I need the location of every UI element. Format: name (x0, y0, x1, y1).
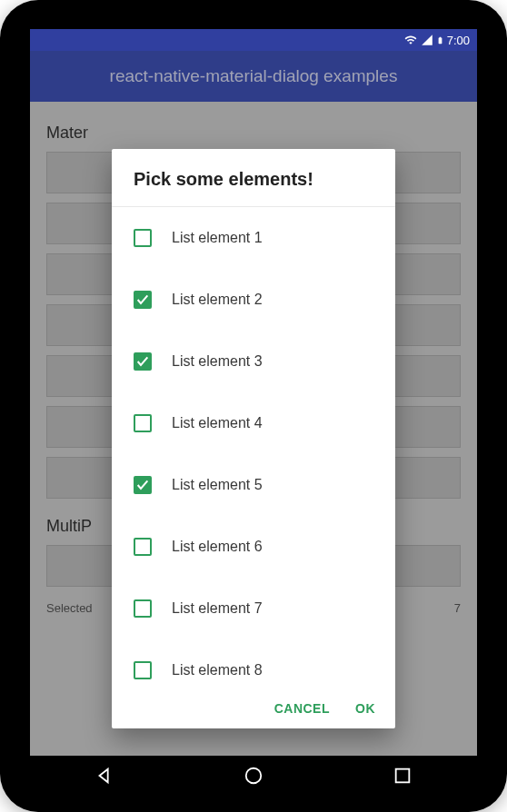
list-item-label: List element 2 (172, 292, 263, 308)
list-item[interactable]: List element 6 (112, 516, 395, 578)
battery-icon (436, 34, 444, 47)
list-item-label: List element 5 (172, 477, 263, 493)
list-item-label: List element 4 (172, 415, 263, 431)
dialog-title: Pick some elements! (112, 149, 395, 206)
checkbox-checked-icon[interactable] (134, 291, 152, 309)
svg-rect-1 (396, 769, 410, 783)
list-item-label: List element 3 (172, 353, 263, 370)
cancel-button[interactable]: CANCEL (274, 701, 330, 716)
checkbox-unchecked-icon[interactable] (134, 599, 152, 618)
checkbox-unchecked-icon[interactable] (134, 661, 152, 679)
home-icon[interactable] (244, 766, 263, 786)
screen: 7:00 react-native-material-dialog exampl… (30, 29, 477, 756)
list-item[interactable]: List element 4 (112, 392, 395, 454)
wifi-icon (403, 34, 418, 46)
back-icon[interactable] (94, 766, 114, 786)
checkbox-unchecked-icon[interactable] (134, 229, 152, 247)
list-item[interactable]: List element 3 (112, 331, 395, 392)
checkbox-unchecked-icon[interactable] (134, 414, 152, 432)
list-item[interactable]: List element 7 (112, 578, 395, 639)
checkbox-checked-icon[interactable] (134, 476, 152, 494)
list-item[interactable]: List element 5 (112, 454, 395, 516)
list-item[interactable]: List element 1 (112, 207, 395, 269)
recent-icon[interactable] (393, 766, 413, 786)
status-bar: 7:00 (30, 29, 477, 51)
checkbox-checked-icon[interactable] (134, 352, 152, 371)
list-item-label: List element 8 (172, 662, 263, 678)
dialog-actions: CANCEL OK (112, 688, 395, 728)
list-item-label: List element 6 (172, 539, 263, 555)
list-item[interactable]: List element 8 (112, 639, 395, 688)
checkbox-unchecked-icon[interactable] (134, 538, 152, 556)
list-item[interactable]: List element 2 (112, 269, 395, 331)
multi-select-dialog: Pick some elements! List element 1List e… (112, 149, 395, 728)
device-frame: 7:00 react-native-material-dialog exampl… (0, 0, 507, 812)
svg-point-0 (246, 768, 262, 784)
dialog-list[interactable]: List element 1List element 2List element… (112, 207, 395, 688)
android-nav-bar (30, 756, 477, 796)
status-time: 7:00 (447, 34, 470, 47)
list-item-label: List element 7 (172, 600, 263, 617)
list-item-label: List element 1 (172, 230, 263, 246)
signal-icon (421, 34, 433, 46)
ok-button[interactable]: OK (355, 701, 375, 716)
